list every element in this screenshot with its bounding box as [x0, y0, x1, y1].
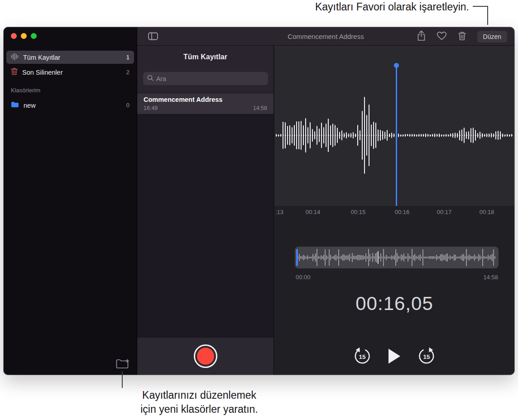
- sidebar-item-label: Tüm Kayıtlar: [23, 54, 122, 61]
- toolbar: Commencement Address: [137, 27, 514, 46]
- callout-favorite-text: Kayıtları Favori olarak işaretleyin.: [315, 1, 469, 13]
- record-button[interactable]: [194, 344, 217, 368]
- svg-text:15: 15: [423, 353, 430, 360]
- recording-list-item[interactable]: Commencement Address 16:49 14:58: [137, 93, 273, 115]
- favorite-button[interactable]: [436, 31, 447, 42]
- skip-forward-15-icon: 15: [417, 347, 436, 365]
- recordings-list-panel: Tüm Kayıtlar Commencement Address 16:49: [137, 46, 274, 375]
- traffic-lights: [11, 33, 37, 39]
- skip-back-15-icon: 15: [353, 347, 371, 365]
- recording-title: Commencement Address: [144, 96, 267, 103]
- search-field[interactable]: [143, 72, 268, 85]
- main-waveform-bars: [274, 46, 514, 206]
- overview-scrubber[interactable]: [295, 247, 499, 268]
- sidebar: Tüm Kayıtlar 1 Son Silinenler 2: [4, 27, 137, 375]
- callout-favorite-line-vertical: [487, 6, 488, 25]
- folder-icon: [11, 101, 19, 110]
- waveform-display: [274, 46, 514, 206]
- trash-icon: [11, 67, 18, 77]
- recording-time: 16:49: [144, 105, 158, 111]
- heart-icon: [436, 31, 447, 42]
- scrubber-end-time: 14:58: [483, 274, 498, 281]
- trash-icon: [458, 31, 466, 42]
- overview-waveform-bars: [295, 247, 499, 268]
- share-button[interactable]: [417, 30, 426, 43]
- playback-controls: 15 15: [274, 343, 514, 370]
- sidebar-section-my-folders: Klasörlerim: [11, 87, 40, 94]
- timeline-label: 00:18: [480, 209, 494, 215]
- timeline-ruler: :13 00:14 00:15 00:16 00:17 00:18: [274, 209, 514, 216]
- sidebar-toggle-icon: [148, 35, 158, 42]
- skip-forward-15-button[interactable]: 15: [417, 347, 436, 365]
- search-input[interactable]: [156, 75, 264, 82]
- sidebar-item-all-recordings[interactable]: Tüm Kayıtlar 1: [6, 51, 134, 64]
- delete-button[interactable]: [458, 31, 466, 42]
- timeline-label: 00:16: [395, 209, 410, 215]
- record-bar: [137, 337, 273, 375]
- sidebar-item-recently-deleted[interactable]: Son Silinenler 2: [6, 66, 134, 79]
- waveform-icon: [11, 53, 19, 62]
- sidebar-item-count: 2: [126, 69, 130, 76]
- scrubber-position-indicator[interactable]: [296, 249, 298, 266]
- timeline-label: 00:14: [306, 209, 321, 215]
- playhead-line[interactable]: [396, 66, 397, 206]
- voice-memos-window: Tüm Kayıtlar 1 Son Silinenler 2: [4, 27, 514, 375]
- svg-text:15: 15: [359, 353, 366, 360]
- sidebar-item-label: Son Silinenler: [22, 69, 122, 76]
- new-folder-icon: [116, 364, 130, 371]
- share-icon: [417, 30, 426, 43]
- toolbar-actions: Düzen: [417, 27, 507, 46]
- callout-folders-line2: için yeni klasörler yaratın.: [123, 402, 275, 416]
- play-icon: [388, 348, 401, 364]
- sidebar-item-label: new: [24, 102, 122, 109]
- close-window-button[interactable]: [11, 33, 17, 39]
- sidebar-toggle-button[interactable]: [148, 32, 158, 42]
- timeline-label: 00:15: [351, 209, 366, 215]
- player-panel: :13 00:14 00:15 00:16 00:17 00:18 00:00 …: [274, 46, 514, 375]
- current-time-display: 00:16,05: [274, 293, 514, 315]
- sidebar-item-count: 1: [126, 54, 130, 61]
- minimize-window-button[interactable]: [21, 33, 27, 39]
- sidebar-item-count: 0: [126, 102, 130, 109]
- search-icon: [147, 75, 153, 83]
- timeline-label: :13: [275, 209, 283, 215]
- record-icon: [197, 348, 214, 365]
- zoom-window-button[interactable]: [31, 33, 37, 39]
- scrubber-start-time: 00:00: [296, 274, 311, 281]
- edit-button[interactable]: Düzen: [477, 31, 507, 43]
- play-button[interactable]: [388, 348, 401, 364]
- callout-folders-line-vertical: [122, 371, 123, 388]
- list-header-title: Tüm Kayıtlar: [137, 53, 273, 61]
- callout-folders-text: Kayıtlarınızı düzenlemek için yeni klasö…: [123, 388, 275, 416]
- sidebar-item-folder-new[interactable]: new 0: [6, 99, 134, 112]
- page: Kayıtları Favori olarak işaretleyin.: [0, 0, 518, 420]
- recording-duration: 14:58: [253, 105, 267, 111]
- new-folder-button[interactable]: [115, 358, 130, 371]
- callout-favorite-line-horizontal: [473, 6, 487, 7]
- scrubber-marker: [378, 251, 379, 264]
- skip-back-15-button[interactable]: 15: [353, 347, 371, 365]
- callout-folders-line1: Kayıtlarınızı düzenlemek: [123, 388, 275, 402]
- timeline-label: 00:17: [437, 209, 452, 215]
